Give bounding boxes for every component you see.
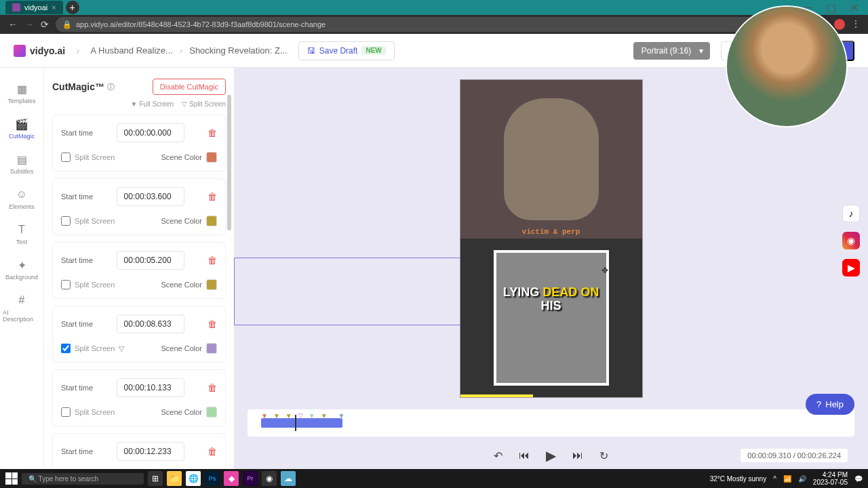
app-icon[interactable]: ◆ xyxy=(224,471,239,486)
scene-card: Start time 🗑 Split Screen Scene Color xyxy=(52,115,226,171)
aspect-label: Portrait (9:16) xyxy=(642,46,691,56)
nav-subtitles[interactable]: ▤ Subtitles xyxy=(0,146,43,182)
scene-card: Start time 🗑 Split Screen Scene Color xyxy=(52,433,226,469)
new-tab-button[interactable]: + xyxy=(66,1,79,14)
video-preview[interactable]: victim & perp LYING DEAD ON HIS ✥ xyxy=(460,79,643,398)
start-time-input[interactable] xyxy=(117,123,184,142)
menu-icon[interactable]: ⋮ xyxy=(852,19,860,30)
taskbar-search[interactable]: 🔍 Type here to search xyxy=(22,473,144,485)
delete-icon[interactable]: 🗑 xyxy=(208,382,217,393)
nav-templates[interactable]: ▦ Templates xyxy=(0,76,43,111)
back-icon[interactable]: ← xyxy=(8,19,18,30)
disable-cutmagic-button[interactable]: Disable CutMagic xyxy=(153,79,226,95)
start-time-input[interactable] xyxy=(117,314,184,333)
split-screen-toggle[interactable]: ▽ Split Screen xyxy=(182,100,226,108)
loop-icon[interactable]: ↻ xyxy=(599,449,608,462)
app-icon[interactable]: ☁ xyxy=(281,471,296,486)
checkbox-input[interactable] xyxy=(61,152,71,162)
premiere-icon[interactable]: Pr xyxy=(243,471,258,486)
move-cursor-icon: ✥ xyxy=(601,266,608,275)
close-window-icon[interactable]: ✕ xyxy=(846,1,863,14)
url-bar[interactable]: 🔒 app.vidyo.ai/editor/8548c488-4523-4b72… xyxy=(56,17,785,32)
playhead[interactable] xyxy=(295,415,296,431)
panel-title-text: CutMagic™ xyxy=(52,81,104,92)
split-screen-checkbox[interactable]: Split Screen xyxy=(61,407,115,417)
photoshop-icon[interactable]: Ps xyxy=(205,471,220,486)
split-screen-checkbox[interactable]: Split Screen ▽ xyxy=(61,344,124,353)
full-screen-toggle[interactable]: ▼ Full Screen xyxy=(131,100,174,108)
split-screen-checkbox[interactable]: Split Screen xyxy=(61,152,115,162)
templates-icon: ▦ xyxy=(16,83,28,95)
volume-icon[interactable]: 🔊 xyxy=(798,475,806,483)
breadcrumb-item[interactable]: A Husband Realize... xyxy=(90,45,172,56)
explorer-icon[interactable]: 📁 xyxy=(167,471,182,486)
reload-icon[interactable]: ⟳ xyxy=(41,19,49,30)
info-icon[interactable]: ⓘ xyxy=(107,82,115,92)
forward-icon[interactable]: → xyxy=(24,19,34,30)
start-time-input[interactable] xyxy=(117,442,184,461)
save-draft-label: Save Draft xyxy=(319,46,358,56)
checkbox-input[interactable] xyxy=(61,344,71,353)
obs-icon[interactable]: ◉ xyxy=(262,471,277,486)
caption-word-highlight: DEAD ON xyxy=(542,285,599,299)
checkbox-input[interactable] xyxy=(61,407,71,417)
instagram-icon[interactable]: ◉ xyxy=(842,232,860,249)
timeline[interactable]: ▼ ▼ ▼ ▽ ▼ ▼ ▼ xyxy=(248,409,854,436)
nav-label: CutMagic xyxy=(9,133,35,140)
profile-icon[interactable] xyxy=(834,19,845,30)
color-swatch[interactable] xyxy=(206,152,217,163)
tiktok-icon[interactable]: ♪ xyxy=(842,205,860,222)
nav-cutmagic[interactable]: 🎬 CutMagic xyxy=(0,111,43,146)
text-icon: T xyxy=(16,224,28,236)
checkbox-input[interactable] xyxy=(61,280,71,289)
scrollbar[interactable] xyxy=(227,68,233,469)
chrome-icon[interactable]: 🌐 xyxy=(186,471,201,486)
help-button[interactable]: ? Help xyxy=(806,394,854,415)
notifications-icon[interactable]: 💬 xyxy=(854,475,863,483)
weather-widget[interactable]: 32°C Mostly sunny xyxy=(710,475,766,483)
webcam-overlay xyxy=(726,5,848,127)
tray-chevron-icon[interactable]: ^ xyxy=(773,475,776,483)
delete-icon[interactable]: 🗑 xyxy=(208,191,217,202)
aspect-ratio-dropdown[interactable]: Portrait (9:16) xyxy=(633,42,710,60)
color-swatch[interactable] xyxy=(206,343,217,354)
youtube-shorts-icon[interactable]: ▶ xyxy=(842,259,860,277)
play-icon[interactable]: ▶ xyxy=(546,447,556,464)
start-time-input[interactable] xyxy=(117,378,184,397)
timeline-clip[interactable] xyxy=(261,418,342,428)
browser-tab[interactable]: vidyoai × xyxy=(5,1,63,14)
task-view-icon[interactable]: ⊞ xyxy=(148,471,163,486)
delete-icon[interactable]: 🗑 xyxy=(208,319,217,329)
start-time-input[interactable] xyxy=(117,187,184,206)
disable-label: Disable CutMagic xyxy=(160,83,218,91)
logo[interactable]: vidyo.ai xyxy=(14,45,65,57)
replay-icon[interactable]: ↶ xyxy=(494,449,502,462)
nav-elements[interactable]: ☺ Elements xyxy=(0,182,43,217)
nav-background[interactable]: ✦ Background xyxy=(0,252,43,287)
color-swatch[interactable] xyxy=(206,216,217,226)
checkbox-input[interactable] xyxy=(61,216,71,226)
scene-card: Start time 🗑 Split Screen ▽ Scene Color xyxy=(52,306,226,363)
start-time-input[interactable] xyxy=(117,251,184,270)
maximize-icon[interactable]: ▢ xyxy=(822,1,840,14)
save-draft-button[interactable]: 🖫 Save Draft NEW xyxy=(298,41,395,60)
color-swatch[interactable] xyxy=(206,407,217,418)
color-swatch[interactable] xyxy=(206,279,217,290)
skip-forward-icon[interactable]: ⏭ xyxy=(572,449,583,462)
nav-ai-description[interactable]: # AI Description xyxy=(0,287,43,329)
delete-icon[interactable]: 🗑 xyxy=(208,446,217,457)
breadcrumb-item[interactable]: Shocking Revelation: Z... xyxy=(189,45,288,56)
split-screen-checkbox[interactable]: Split Screen xyxy=(61,280,115,289)
skip-back-icon[interactable]: ⏮ xyxy=(519,449,530,462)
photo-frame xyxy=(494,250,609,386)
clock-date[interactable]: 2023-07-05 xyxy=(813,479,848,486)
wifi-icon[interactable]: 📶 xyxy=(783,475,791,483)
split-screen-checkbox[interactable]: Split Screen xyxy=(61,216,115,226)
breadcrumb[interactable]: A Husband Realize... › Shocking Revelati… xyxy=(90,45,287,56)
delete-icon[interactable]: 🗑 xyxy=(208,255,217,266)
nav-text[interactable]: T Text xyxy=(0,217,43,252)
tab-close-icon[interactable]: × xyxy=(52,3,56,12)
windows-start-icon[interactable] xyxy=(5,472,18,485)
clock-time[interactable]: 4:24 PM xyxy=(813,471,848,479)
delete-icon[interactable]: 🗑 xyxy=(208,127,217,138)
